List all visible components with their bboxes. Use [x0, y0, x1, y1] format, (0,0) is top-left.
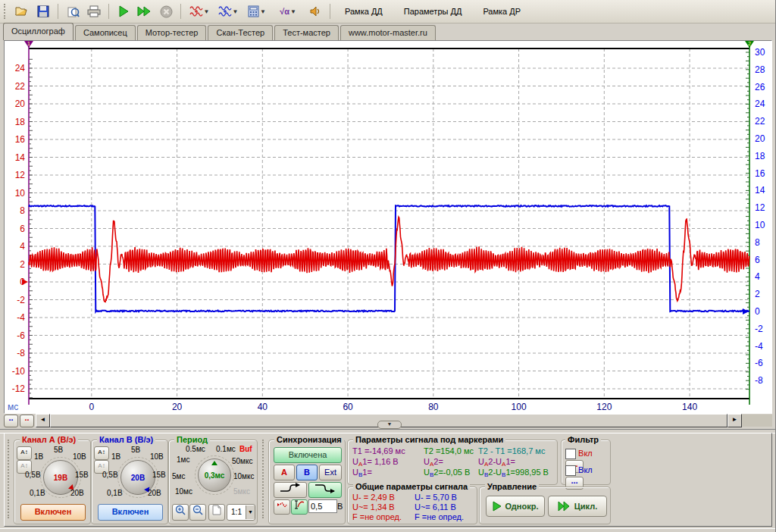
svg-text:20: 20 [15, 99, 26, 109]
channel-a-settings-button[interactable]: ▼ [186, 2, 213, 21]
sync-source-b-button[interactable]: В [296, 465, 318, 480]
start-button[interactable] [114, 2, 133, 21]
marker-param-cell: UA2= [424, 457, 478, 468]
filter-a-label: Вкл [578, 449, 593, 458]
marker-param-cell: UB2-UB1=998,95 В [478, 468, 557, 478]
print-button[interactable] [84, 2, 104, 21]
filter-title: Фильтр [565, 435, 601, 444]
stop-icon [160, 5, 173, 18]
scroll-left-button[interactable]: ◄ [36, 414, 50, 427]
knob-scale-label: 0,1В [30, 489, 45, 497]
svg-text:12: 12 [15, 170, 26, 180]
sync-mode-level-button[interactable] [291, 499, 308, 515]
filter-b-checkbox[interactable] [565, 465, 576, 476]
svg-text:-6: -6 [755, 358, 763, 368]
sync-rising-edge-button[interactable] [274, 482, 307, 498]
toolbar-separator [58, 4, 58, 19]
play-icon [117, 5, 130, 17]
preview-button[interactable] [63, 2, 83, 21]
zoom-out-icon [192, 505, 203, 515]
sync-level-input[interactable] [308, 499, 337, 513]
menu-ramka-dr[interactable]: Рамка ДР [472, 4, 531, 19]
blue-waveform-icon [218, 5, 232, 17]
knob-scale-label: 1В [111, 452, 120, 461]
tab-мотор-тестер[interactable]: Мотор-тестер [137, 25, 207, 40]
sync-falling-edge-button[interactable] [308, 482, 342, 498]
new-buffer-button[interactable] [208, 504, 225, 521]
knob-scale-label: 10В [73, 452, 86, 461]
channel-a-coupling-button[interactable]: A↕ [17, 446, 32, 460]
svg-text:14: 14 [755, 185, 765, 196]
knob-scale-label: 5В [54, 446, 63, 454]
sync-source-a-button[interactable]: А [274, 465, 295, 480]
svg-text:6: 6 [755, 255, 760, 265]
menu-parametry-dd[interactable]: Параметры ДД [393, 4, 473, 19]
period-value: 0,3мс [205, 471, 225, 480]
single-run-label: Однокр. [505, 502, 539, 511]
svg-text:8: 8 [755, 237, 760, 248]
marker1-jump-button[interactable]: .. [4, 415, 18, 427]
sound-button[interactable] [305, 2, 325, 21]
tab-самописец[interactable]: Самописец [75, 25, 136, 40]
general-params-channel-b: U- = 5,70 В U~= 6,11 В F =не опред. [415, 493, 464, 522]
period-knob[interactable]: 0,3мс [198, 458, 231, 492]
single-run-button[interactable]: Однокр. [486, 496, 545, 517]
svg-text:60: 60 [343, 402, 353, 412]
channel-b-coupling-button[interactable]: A↕ [94, 446, 109, 460]
zoom-ratio-dropdown[interactable]: 1:1 ▼ [227, 504, 255, 521]
toolbar-separator [180, 4, 181, 19]
tab-тест-мастер[interactable]: Тест-мастер [274, 25, 339, 40]
tab-осциллограф[interactable]: Осциллограф [3, 23, 74, 40]
channel-a-enabled-button[interactable]: Включен [20, 504, 86, 521]
svg-text:18: 18 [755, 151, 765, 161]
knob-scale-label: 0.5мс [186, 445, 205, 453]
param-line: U- = 5,70 В [415, 493, 464, 502]
auto-trigger-icon [277, 500, 288, 509]
tab-website[interactable]: www.motor-master.ru [340, 25, 436, 40]
channel-b-settings-button[interactable]: ▼ [214, 2, 242, 21]
svg-text:-4: -4 [17, 312, 25, 323]
calculator-button[interactable]: ▼ [243, 2, 271, 21]
open-file-button[interactable] [12, 2, 32, 21]
param-line: U~= 1,34 В [352, 502, 402, 512]
dropdown-arrow-icon: ▼ [290, 8, 296, 15]
zoom-in-button[interactable] [172, 504, 189, 521]
sync-enabled-button[interactable]: Включена [274, 447, 342, 463]
tab-скан-тестер[interactable]: Скан-Тестер [208, 25, 273, 40]
svg-text:6: 6 [20, 224, 25, 234]
svg-text:40: 40 [258, 402, 268, 412]
start-cycle-button[interactable] [135, 2, 155, 21]
svg-text:-6: -6 [17, 330, 25, 341]
math-button[interactable]: √α ▼ [272, 2, 304, 21]
sync-source-ext-button[interactable]: Ext [319, 465, 342, 480]
panel-gripper[interactable] [8, 440, 12, 518]
marker2-jump-button[interactable]: .. [20, 415, 34, 427]
panel-gripper[interactable] [262, 440, 267, 518]
cycle-run-label: Цикл. [574, 502, 597, 511]
general-params-channel-a: U- = 2,49 В U~= 1,34 В F =не опред. [352, 493, 402, 522]
open-folder-icon [15, 5, 29, 17]
knob-scale-label: 10В [150, 452, 164, 461]
stop-button[interactable] [156, 2, 176, 21]
save-button[interactable] [33, 2, 53, 21]
panel-splitter-handle[interactable]: ▼ [377, 421, 402, 429]
period-knob-pointer-icon [211, 461, 217, 465]
svg-text:1: 1 [27, 41, 30, 46]
dropdown-arrow-icon: ▼ [246, 505, 255, 519]
cycle-run-button[interactable]: Цикл. [548, 496, 607, 517]
period-group: Период 0,3мс 0.5мс 0.1мс Buf 1мс 50мкс 5… [168, 440, 258, 524]
svg-text:0: 0 [89, 402, 94, 412]
scroll-right-button[interactable]: ► [728, 414, 742, 427]
filter-group: Фильтр Вкл ... Вкл ... [561, 440, 611, 485]
calculator-icon [248, 5, 259, 17]
knob-scale-label: 1мс [177, 455, 189, 464]
zoom-out-button[interactable] [189, 504, 206, 521]
channel-b-enabled-button[interactable]: Включен [98, 504, 163, 521]
filter-a-checkbox[interactable] [565, 449, 576, 459]
menu-ramka-dd[interactable]: Рамка ДД [334, 4, 393, 19]
oscilloscope-plot[interactable]: 242220181614121086420-2-4-6-8-10-1230282… [5, 41, 771, 413]
svg-text:30: 30 [755, 47, 765, 58]
toolbar-gripper[interactable] [4, 4, 8, 19]
sync-mode-auto-button[interactable] [274, 499, 290, 515]
marker-param-cell: UA1= 1,16 В [352, 457, 424, 468]
